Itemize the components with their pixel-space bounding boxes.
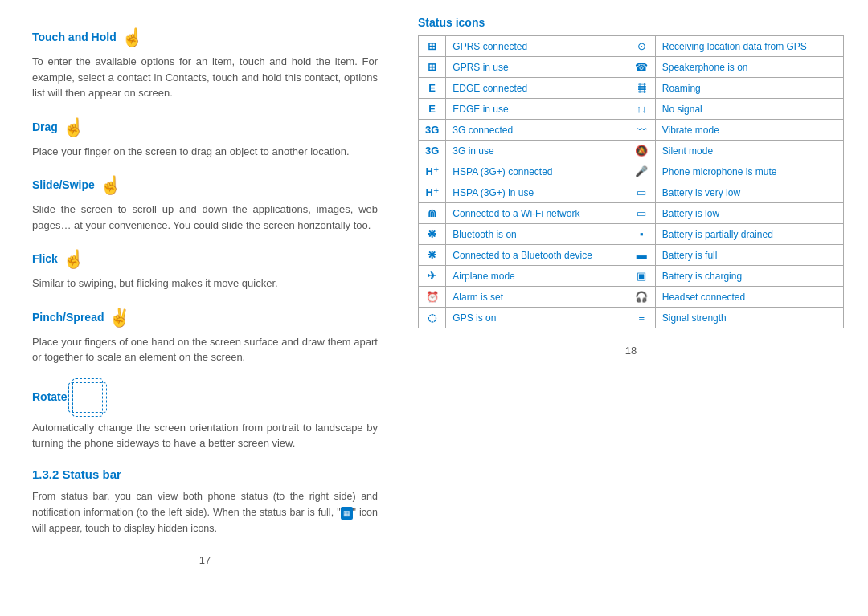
left-status-text: HSPA (3G+) in use bbox=[446, 182, 628, 203]
right-status-text: Phone microphone is mute bbox=[655, 161, 843, 182]
pinch-spread-body: Place your fingers of one hand on the sc… bbox=[32, 334, 378, 365]
left-status-text: EDGE connected bbox=[446, 78, 628, 99]
left-status-icon: H⁺ bbox=[419, 182, 446, 203]
left-status-text: 3G connected bbox=[446, 120, 628, 141]
rotate-box-landscape bbox=[68, 382, 107, 413]
rotate-title: Rotate bbox=[32, 378, 378, 417]
table-row: 3G3G connected〰Vibrate mode bbox=[419, 120, 844, 141]
left-status-icon: 3G bbox=[419, 120, 446, 141]
slide-swipe-title: Slide/Swipe ☝ bbox=[32, 172, 378, 198]
left-status-icon: ◌ bbox=[419, 308, 446, 328]
drag-title: Drag ☝ bbox=[32, 114, 378, 141]
right-status-text: Speakerphone is on bbox=[655, 57, 843, 78]
table-row: H⁺HSPA (3G+) in use▭Battery is very low bbox=[419, 182, 844, 203]
drag-icon: ☝ bbox=[63, 114, 84, 141]
right-status-icon: 🔕 bbox=[628, 141, 655, 161]
left-panel: Touch and Hold ☝ To enter the available … bbox=[0, 0, 402, 616]
right-status-text: Signal strength bbox=[655, 308, 843, 328]
right-status-text: Battery is low bbox=[655, 203, 843, 224]
left-status-icon: ⏰ bbox=[419, 287, 446, 308]
right-page-number: 18 bbox=[418, 345, 844, 357]
table-row: ⋒Connected to a Wi-Fi network▭Battery is… bbox=[419, 203, 844, 224]
left-status-text: HSPA (3G+) connected bbox=[446, 161, 628, 182]
flick-icon: ☝ bbox=[63, 246, 84, 272]
slide-swipe-body: Slide the screen to scroll up and down t… bbox=[32, 202, 378, 233]
right-panel: Status icons ⊞GPRS connected⊙Receiving l… bbox=[402, 0, 868, 616]
drag-body: Place your finger on the screen to drag … bbox=[32, 144, 378, 160]
left-status-icon: Ε bbox=[419, 99, 446, 120]
right-status-text: Battery is partially drained bbox=[655, 224, 843, 245]
status-icons-title: Status icons bbox=[418, 16, 844, 29]
left-status-text: Airplane mode bbox=[446, 266, 628, 287]
touch-hold-title: Touch and Hold ☝ bbox=[32, 24, 378, 51]
table-row: ⊞GPRS connected⊙Receiving location data … bbox=[419, 36, 844, 57]
right-status-icon: 〰 bbox=[628, 120, 655, 141]
right-status-text: Roaming bbox=[655, 78, 843, 99]
left-status-text: Connected to a Bluetooth device bbox=[446, 245, 628, 266]
status-table: ⊞GPRS connected⊙Receiving location data … bbox=[418, 35, 844, 328]
right-status-icon: ☎ bbox=[628, 57, 655, 78]
right-status-text: Headset connected bbox=[655, 287, 843, 308]
pinch-spread-label: Pinch/Spread bbox=[32, 309, 104, 326]
left-status-text: EDGE in use bbox=[446, 99, 628, 120]
table-row: ❋Bluetooth is on▪Battery is partially dr… bbox=[419, 224, 844, 245]
touch-hold-body: To enter the available options for an it… bbox=[32, 54, 378, 101]
left-status-icon: ✈ bbox=[419, 266, 446, 287]
flick-title: Flick ☝ bbox=[32, 246, 378, 272]
left-status-text: Connected to a Wi-Fi network bbox=[446, 203, 628, 224]
touch-hold-label: Touch and Hold bbox=[32, 29, 117, 46]
table-row: ⊞GPRS in use☎Speakerphone is on bbox=[419, 57, 844, 78]
right-status-icon: ▭ bbox=[628, 203, 655, 224]
left-status-text: GPS is on bbox=[446, 308, 628, 328]
table-row: ⏰Alarm is set🎧Headset connected bbox=[419, 287, 844, 308]
right-status-icon: ▬ bbox=[628, 245, 655, 266]
right-status-icon: ↑↓ bbox=[628, 99, 655, 120]
right-status-icon: ▪ bbox=[628, 224, 655, 245]
rotate-icon bbox=[72, 378, 108, 417]
rotate-label: Rotate bbox=[32, 389, 68, 406]
slide-swipe-label: Slide/Swipe bbox=[32, 177, 95, 194]
right-status-text: No signal bbox=[655, 99, 843, 120]
left-status-text: Bluetooth is on bbox=[446, 224, 628, 245]
status-bar-body: From status bar, you can view both phone… bbox=[32, 488, 378, 536]
left-status-icon: ⊞ bbox=[419, 36, 446, 57]
left-status-icon: ❋ bbox=[419, 245, 446, 266]
pinch-spread-icon: ✌ bbox=[108, 304, 130, 331]
table-row: ◌GPS is on≡Signal strength bbox=[419, 308, 844, 328]
left-status-text: GPRS connected bbox=[446, 36, 628, 57]
status-bar-title: 1.3.2 Status bar bbox=[32, 466, 378, 484]
left-status-text: 3G in use bbox=[446, 141, 628, 161]
right-status-text: Receiving location data from GPS bbox=[655, 36, 843, 57]
rotate-body: Automatically change the screen orientat… bbox=[32, 420, 378, 451]
table-row: ΕEDGE in use↑↓No signal bbox=[419, 99, 844, 120]
right-status-icon: 🎧 bbox=[628, 287, 655, 308]
left-status-text: GPRS in use bbox=[446, 57, 628, 78]
left-status-icon: Ε bbox=[419, 78, 446, 99]
right-status-text: Silent mode bbox=[655, 141, 843, 161]
left-status-icon: ❋ bbox=[419, 224, 446, 245]
slide-swipe-icon: ☝ bbox=[100, 172, 121, 198]
left-status-icon: 3G bbox=[419, 141, 446, 161]
table-row: ΕEDGE connected🛤Roaming bbox=[419, 78, 844, 99]
rotate-box-portrait bbox=[72, 378, 103, 417]
right-status-icon: ▭ bbox=[628, 182, 655, 203]
right-status-text: Vibrate mode bbox=[655, 120, 843, 141]
flick-body: Similar to swiping, but flicking makes i… bbox=[32, 275, 378, 292]
right-status-icon: ⊙ bbox=[628, 36, 655, 57]
status-full-icon: ▦ bbox=[341, 507, 353, 520]
right-status-icon: ▣ bbox=[628, 266, 655, 287]
touch-hold-icon: ☝ bbox=[121, 24, 143, 51]
table-row: H⁺HSPA (3G+) connected🎤Phone microphone … bbox=[419, 161, 844, 182]
right-status-text: Battery is charging bbox=[655, 266, 843, 287]
table-row: ❋Connected to a Bluetooth device▬Battery… bbox=[419, 245, 844, 266]
drag-label: Drag bbox=[32, 119, 58, 136]
right-status-text: Battery is very low bbox=[655, 182, 843, 203]
right-status-icon: 🛤 bbox=[628, 78, 655, 99]
right-status-icon: 🎤 bbox=[628, 161, 655, 182]
left-status-icon: ⊞ bbox=[419, 57, 446, 78]
flick-label: Flick bbox=[32, 251, 58, 267]
table-row: 3G3G in use🔕Silent mode bbox=[419, 141, 844, 161]
left-status-text: Alarm is set bbox=[446, 287, 628, 308]
pinch-spread-title: Pinch/Spread ✌ bbox=[32, 304, 378, 331]
left-page-number: 17 bbox=[32, 553, 378, 569]
